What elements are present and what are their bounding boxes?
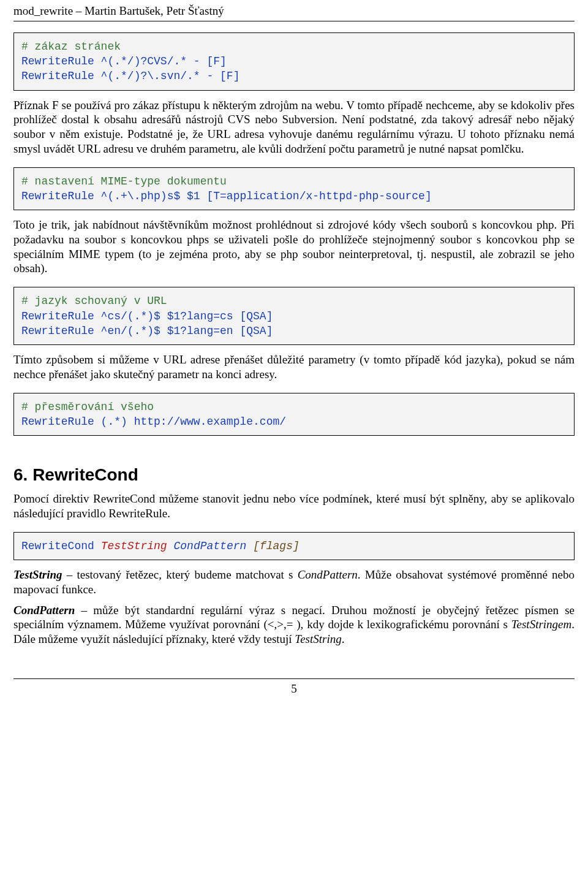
code-arg: [flags] [253, 540, 300, 552]
code-block-2: # nastavení MIME-type dokumentu RewriteR… [13, 167, 575, 211]
code-line: RewriteRule ^(.*/)?CVS/.* - [F] [21, 55, 227, 67]
header-bar: mod_rewrite – Martin Bartušek, Petr Šťas… [13, 0, 575, 21]
page-footer: 5 [13, 678, 575, 696]
code-block-5: RewriteCond TestString CondPattern [flag… [13, 532, 575, 560]
code-block-1: # zákaz stránek RewriteRule ^(.*/)?CVS/.… [13, 32, 575, 91]
paragraph: Pomocí direktiv RewriteCond můžeme stano… [13, 492, 575, 521]
code-comment: # přesměrování všeho [21, 401, 154, 413]
definition-condpattern: CondPattern – může být standardní regulá… [13, 603, 575, 647]
page-number: 5 [291, 682, 297, 695]
header-left: mod_rewrite – Martin Bartušek, Petr Šťas… [13, 4, 224, 18]
term-label: CondPattern [13, 604, 75, 617]
section-heading: 6. RewriteCond [13, 464, 575, 485]
term-label: TestString [13, 568, 62, 581]
code-line: RewriteRule ^cs/(.*)$ $1?lang=cs [QSA] [21, 310, 273, 322]
code-comment: # jazyk schovaný v URL [21, 295, 167, 307]
term-text: – testovaný řetězec, který budeme matcho… [62, 568, 298, 581]
code-block-3: # jazyk schovaný v URL RewriteRule ^cs/(… [13, 287, 575, 345]
paragraph: Tímto způsobem si můžeme v URL adrese př… [13, 352, 575, 382]
term-text: – může být standardní regulární výraz s … [13, 604, 575, 631]
term-period: . [342, 632, 345, 645]
paragraph: Příznak F se používá pro zákaz přístupu … [13, 98, 575, 156]
page: mod_rewrite – Martin Bartušek, Petr Šťas… [0, 0, 588, 702]
code-comment: # zákaz stránek [21, 40, 121, 53]
code-arg: CondPattern [173, 540, 246, 552]
code-block-4: # přesměrování všeho RewriteRule (.*) ht… [13, 393, 575, 436]
code-line: RewriteRule ^(.*/)?\.svn/.* - [F] [21, 70, 239, 82]
code-directive: RewriteCond [21, 540, 94, 552]
code-line: RewriteRule ^en/(.*)$ $1?lang=en [QSA] [21, 325, 273, 337]
code-comment: # nastavení MIME-type dokumentu [21, 175, 227, 188]
code-line: RewriteRule ^(.+\.php)s$ $1 [T=applicati… [21, 190, 432, 202]
term-italic: CondPattern [298, 568, 358, 581]
paragraph: Toto je trik, jak nabídnout návštěvníkům… [13, 218, 575, 276]
term-italic: TestString [295, 632, 341, 645]
definition-teststring: TestString – testovaný řetězec, který bu… [13, 568, 575, 597]
code-arg: TestString [101, 540, 167, 552]
code-line: RewriteRule (.*) http://www.example.com/ [21, 416, 286, 428]
term-italic: TestStringem [511, 618, 572, 631]
